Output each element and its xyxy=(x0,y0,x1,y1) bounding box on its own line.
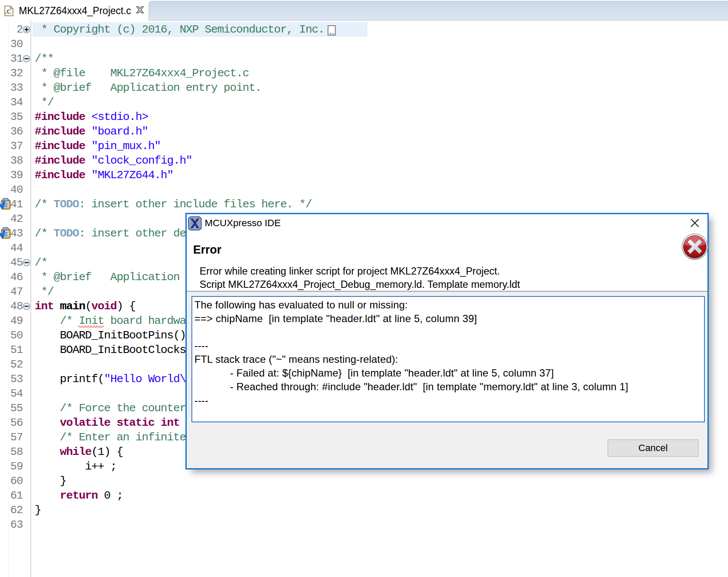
svg-text:.C: .C xyxy=(5,8,12,15)
